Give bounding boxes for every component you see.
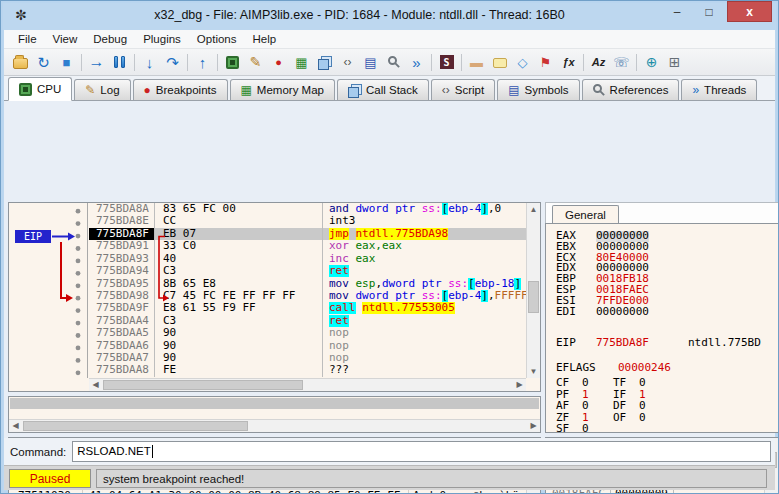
toolbar-label-icon[interactable]: ◇: [511, 52, 534, 73]
command-input[interactable]: RSLOAD.NET: [72, 441, 771, 462]
scroll-left-icon[interactable]: ◀: [9, 420, 22, 432]
toolbar-run-icon[interactable]: →: [85, 52, 108, 73]
toolbar-restart-icon[interactable]: ↻: [32, 52, 55, 73]
breakpoint-dot[interactable]: [76, 308, 81, 313]
register-row[interactable]: EBP0018FB18: [546, 274, 778, 285]
info-box-selected-line[interactable]: [10, 398, 539, 409]
toolbar-patch-icon[interactable]: ▬: [465, 52, 488, 73]
registers-panel[interactable]: EAX00000000EBX00000000ECX80E40000EDX0000…: [545, 223, 779, 433]
disasm-row[interactable]: 775BDA958B 65 E8mov esp,dword ptr ss:[eb…: [89, 278, 526, 290]
tab-threads[interactable]: »Threads: [681, 79, 757, 100]
maximize-button[interactable]: □: [694, 1, 724, 22]
disassembly-panel[interactable]: EIP 775BDA8A83 65 FC 00and dword ptr ss:…: [8, 202, 541, 392]
register-row[interactable]: EDI00000000: [546, 307, 778, 318]
toolbar-breakpoints-icon[interactable]: ●: [267, 52, 290, 73]
toolbar-trace-icon[interactable]: ☏: [610, 52, 633, 73]
tab-call-stack[interactable]: Call Stack: [337, 79, 429, 100]
scroll-right-icon[interactable]: ▶: [513, 379, 526, 391]
breakpoint-dot[interactable]: [76, 234, 81, 239]
dump-row[interactable]: 7751103041 04 64 A1 30 00 00 00 8B 40 68…: [10, 490, 526, 494]
disasm-row[interactable]: 775BDA8A83 65 FC 00and dword ptr ss:[ebp…: [89, 203, 526, 215]
minimize-button[interactable]: –: [662, 1, 692, 22]
toolbar-seh-chain-icon[interactable]: S: [435, 52, 458, 73]
toolbar-symbols-icon[interactable]: ▤: [359, 52, 382, 73]
toolbar-pause-icon[interactable]: [108, 52, 131, 73]
disasm-rows[interactable]: 775BDA8A83 65 FC 00and dword ptr ss:[ebp…: [89, 203, 526, 378]
disasm-row[interactable]: 775BDA94C3ret: [89, 265, 526, 277]
disasm-gutter[interactable]: EIP: [9, 203, 88, 378]
info-box-panel[interactable]: ◀ ▶: [8, 396, 541, 433]
breakpoint-dot[interactable]: [76, 246, 81, 251]
title-bar[interactable]: ✼ x32_dbg - File: AIMP3lib.exe - PID: 16…: [1, 1, 778, 30]
breakpoint-dot[interactable]: [76, 370, 81, 375]
register-row[interactable]: ESP0018FAEC: [546, 285, 778, 296]
disasm-row[interactable]: 775BDA8FEB 07jmp ntdll.775BDA98: [89, 228, 526, 240]
disasm-vscrollbar[interactable]: ▲ ▼: [526, 203, 540, 378]
disasm-row[interactable]: 775BDAA8FE???: [89, 364, 526, 376]
register-row[interactable]: EDX00000000: [546, 263, 778, 274]
flags-row[interactable]: AF0DF0: [546, 400, 778, 412]
menu-help[interactable]: Help: [245, 30, 285, 48]
toolbar-step-into-icon[interactable]: ↓: [138, 52, 161, 73]
toolbar-function-icon[interactable]: ƒx: [557, 52, 580, 73]
tab-general[interactable]: General: [552, 205, 619, 224]
disasm-row[interactable]: 775BDAA790nop: [89, 352, 526, 364]
breakpoint-dot[interactable]: [76, 271, 81, 276]
register-row-eip[interactable]: EIP775BDA8Fntdll.775BD: [546, 338, 778, 349]
menu-options[interactable]: Options: [189, 30, 245, 48]
toolbar-memory-map-icon[interactable]: ▦: [290, 52, 313, 73]
toolbar-search-icon[interactable]: [382, 52, 405, 73]
breakpoint-dot[interactable]: [76, 283, 81, 288]
disasm-row[interactable]: 775BDA9FE8 61 55 F9 FFcall ntdll.7755300…: [89, 302, 526, 314]
disasm-row[interactable]: 775BDA8ECCint3: [89, 215, 526, 227]
toolbar-threads-icon[interactable]: »: [405, 52, 428, 73]
toolbar-favourites-icon[interactable]: ⊕: [640, 52, 663, 73]
tab-memory-map[interactable]: ▦Memory Map: [230, 79, 335, 100]
toolbar-call-stack-icon[interactable]: [313, 52, 336, 73]
toolbar-comment-icon[interactable]: [488, 52, 511, 73]
tab-cpu[interactable]: CPU: [8, 77, 72, 101]
breakpoint-dot[interactable]: [76, 321, 81, 326]
infobox-hscrollbar[interactable]: ◀ ▶: [9, 419, 540, 432]
register-row[interactable]: ESI7FFDE000: [546, 296, 778, 307]
breakpoint-dot[interactable]: [76, 296, 81, 301]
menu-file[interactable]: File: [10, 30, 45, 48]
toolbar-step-out-icon[interactable]: ↑: [191, 52, 214, 73]
disasm-row[interactable]: 775BDA98C7 45 FC FE FF FF FFmov dword pt…: [89, 290, 526, 302]
breakpoint-dot[interactable]: [76, 358, 81, 363]
disasm-row[interactable]: 775BDA9133 C0xor eax,eax: [89, 240, 526, 252]
register-row[interactable]: ECX80E40000: [546, 253, 778, 264]
tab-script[interactable]: ‹›Script: [431, 79, 495, 100]
disasm-row[interactable]: 775BDAA590nop: [89, 327, 526, 339]
toolbar-open-file-icon[interactable]: [9, 52, 32, 73]
scroll-left-icon[interactable]: ◀: [89, 379, 102, 391]
eflags-row[interactable]: EFLAGS00000246: [546, 363, 778, 377]
breakpoint-dot[interactable]: [76, 259, 81, 264]
flags-row[interactable]: SF0: [546, 423, 778, 433]
menu-plugins[interactable]: Plugins: [135, 30, 189, 48]
scroll-right-icon[interactable]: ▶: [527, 420, 540, 432]
breakpoint-dot[interactable]: [76, 333, 81, 338]
toolbar-bookmark-icon[interactable]: ⚑: [534, 52, 557, 73]
tab-symbols[interactable]: ▤Symbols: [497, 79, 579, 100]
tab-references[interactable]: References: [582, 79, 680, 100]
tab-log[interactable]: ✎Log: [74, 79, 130, 100]
toolbar-log-icon[interactable]: ✎: [244, 52, 267, 73]
toolbar-text-case-icon[interactable]: Az: [587, 52, 610, 73]
breakpoint-dot[interactable]: [76, 209, 81, 214]
disasm-row[interactable]: 775BDAA690nop: [89, 340, 526, 352]
disasm-row[interactable]: 775BDA9340inc eax: [89, 253, 526, 265]
disasm-hscrollbar[interactable]: ◀ ▶: [89, 378, 526, 391]
scroll-down-icon[interactable]: ▼: [527, 365, 540, 378]
disasm-row[interactable]: 775BDAA4C3ret: [89, 315, 526, 327]
close-button[interactable]: x: [727, 1, 772, 22]
toolbar-stop-icon[interactable]: ■: [55, 52, 78, 73]
flags-row[interactable]: ZF1OF0: [546, 412, 778, 424]
scroll-up-icon[interactable]: ▲: [527, 203, 540, 216]
menu-debug[interactable]: Debug: [85, 30, 135, 48]
breakpoint-dot[interactable]: [76, 346, 81, 351]
toolbar-calculator-icon[interactable]: ⊞: [663, 52, 686, 73]
register-row[interactable]: EAX00000000: [546, 231, 778, 242]
toolbar-script-icon[interactable]: ‹›: [336, 52, 359, 73]
menu-view[interactable]: View: [45, 30, 86, 48]
